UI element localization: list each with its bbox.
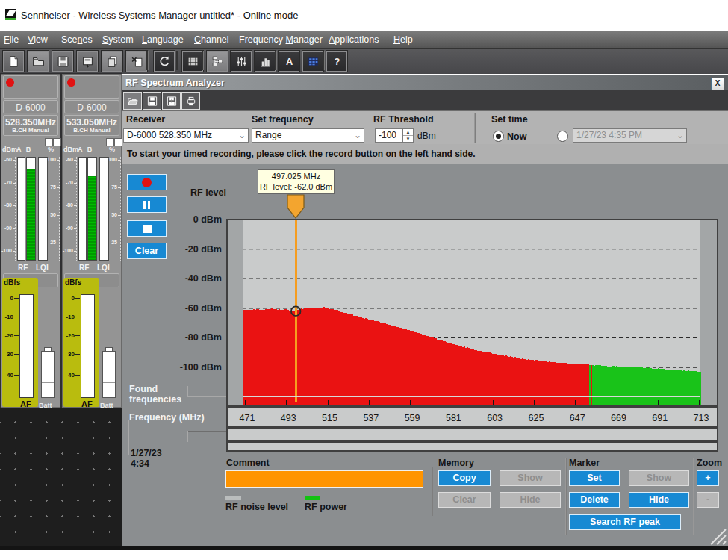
time-picker[interactable]: 1/27/23 4:35 PM⌄ bbox=[573, 128, 687, 143]
pause-button[interactable] bbox=[127, 196, 167, 213]
rf-meter-b bbox=[87, 157, 97, 261]
spectrum-chart[interactable] bbox=[228, 220, 717, 405]
rf-window-title: RF Spectrum Analyzer bbox=[125, 78, 225, 88]
tree-view-button[interactable] bbox=[206, 50, 228, 72]
rf-scale-label: -70 bbox=[63, 180, 73, 185]
memory-show-button[interactable]: Show bbox=[500, 470, 561, 486]
memory-hide-button[interactable]: Hide bbox=[500, 492, 561, 508]
save-all-button[interactable] bbox=[76, 50, 99, 72]
chart-button[interactable] bbox=[254, 50, 276, 72]
text-button[interactable]: A bbox=[278, 50, 300, 72]
menu-item-file[interactable]: File bbox=[4, 34, 19, 45]
rf-meter-label: RF bbox=[79, 264, 89, 272]
dotted-guide bbox=[76, 157, 78, 261]
new-document-button[interactable] bbox=[2, 50, 25, 72]
save-as-icon bbox=[166, 96, 178, 107]
y-axis-label: -60 dBm bbox=[173, 303, 222, 314]
set-frequency-select[interactable]: Range⌄ bbox=[252, 128, 364, 143]
menu-item-help[interactable]: Help bbox=[393, 34, 413, 45]
antenna-b-indicator bbox=[53, 138, 61, 146]
help-icon: ? bbox=[331, 55, 343, 68]
zoom-in-button[interactable]: + bbox=[697, 470, 719, 486]
open-recording-button[interactable] bbox=[123, 92, 142, 110]
clear-button[interactable]: Clear bbox=[127, 243, 167, 259]
grid-view-icon bbox=[187, 55, 199, 68]
receiver-status-box bbox=[64, 75, 119, 99]
resize-grip[interactable] bbox=[708, 526, 727, 546]
marker-found-tick bbox=[295, 397, 297, 402]
window-bottom-edge bbox=[0, 546, 728, 550]
af-meter bbox=[19, 294, 34, 398]
marker-hide-button[interactable]: Hide bbox=[629, 492, 689, 508]
stop-button[interactable] bbox=[127, 220, 167, 237]
marker-group-label: Marker bbox=[569, 458, 600, 468]
marker-show-button[interactable]: Show bbox=[629, 470, 689, 486]
receiver-strip[interactable]: D-6000528.350MHzB.CH ManualdBmA B%-60-70… bbox=[1, 74, 60, 408]
comment-input[interactable] bbox=[225, 470, 423, 488]
memory-copy-button[interactable]: Copy bbox=[438, 470, 491, 486]
receiver-value: D-6000 528.350 MHz bbox=[127, 130, 212, 140]
rf-threshold-input[interactable]: -100 bbox=[375, 128, 402, 143]
save-button[interactable] bbox=[52, 50, 74, 72]
rf-window-toolbar bbox=[122, 90, 728, 110]
delete-scene-button[interactable] bbox=[125, 50, 148, 72]
receiver-select[interactable]: D-6000 528.350 MHz⌄ bbox=[123, 128, 249, 143]
instruction-text: To start your timed recording, please cl… bbox=[127, 149, 476, 159]
memory-clear-button[interactable]: Clear bbox=[438, 492, 491, 508]
spinner-up-icon[interactable]: ▲ bbox=[403, 129, 413, 136]
x-axis-label: 603 bbox=[487, 413, 503, 423]
empty-rack-area bbox=[0, 408, 122, 546]
marker-flag[interactable] bbox=[287, 194, 305, 220]
x-axis-tick bbox=[245, 400, 246, 405]
spinner-down-icon[interactable]: ▼ bbox=[403, 136, 413, 142]
now-radio[interactable] bbox=[493, 131, 504, 142]
rf-scale-label: -70 bbox=[1, 180, 12, 185]
svg-text:?: ? bbox=[334, 56, 340, 67]
save-recording-button[interactable] bbox=[143, 92, 161, 110]
help-button[interactable]: ? bbox=[326, 50, 348, 72]
toolbar-separator bbox=[323, 51, 325, 70]
menu-item-scenes[interactable]: Scenes bbox=[61, 34, 93, 45]
marker-delete-button[interactable]: Delete bbox=[569, 492, 620, 508]
open-file-button[interactable] bbox=[27, 50, 49, 72]
levels-button[interactable] bbox=[230, 50, 252, 72]
search-rf-peak-button[interactable]: Search RF peak bbox=[569, 514, 681, 530]
x-axis-tick bbox=[410, 400, 411, 405]
rf-scale-label: -80 bbox=[63, 202, 73, 208]
copy-scene-icon bbox=[106, 55, 119, 68]
record-button[interactable] bbox=[127, 174, 167, 190]
print-button[interactable] bbox=[181, 92, 200, 110]
save-as-button[interactable] bbox=[162, 92, 181, 110]
rf-scale-label: -90 bbox=[1, 225, 12, 231]
rf-window-titlebar[interactable]: RF Spectrum Analyzer X bbox=[122, 75, 728, 90]
marker-set-button[interactable]: Set bbox=[569, 470, 620, 486]
record-icon bbox=[142, 178, 152, 187]
battery-cell-line bbox=[103, 382, 115, 383]
rf-scale-label: -100 bbox=[63, 248, 73, 253]
menu-item-channel[interactable]: Channel bbox=[194, 34, 229, 45]
rf-scale-label: -60 bbox=[1, 157, 12, 162]
zoom-out-button[interactable]: - bbox=[697, 492, 719, 508]
menu-item-view[interactable]: View bbox=[28, 34, 48, 45]
copy-scene-button[interactable] bbox=[101, 50, 123, 72]
rf-meter-b bbox=[26, 157, 36, 261]
menu-item-applications[interactable]: Applications bbox=[329, 34, 379, 45]
legend-noise-label: RF noise level bbox=[225, 502, 288, 512]
scheduled-time-radio[interactable] bbox=[557, 131, 568, 142]
menu-item-system[interactable]: System bbox=[102, 34, 134, 45]
menu-item-frequency-manager[interactable]: Frequency Manager bbox=[239, 34, 323, 45]
rf-threshold-spinner[interactable]: ▲ ▼ bbox=[402, 128, 414, 143]
receiver-strip[interactable]: D-6000533.050MHzB.CH ManualdBmA B%-60-70… bbox=[62, 74, 122, 408]
menu-item-language[interactable]: Language bbox=[142, 34, 184, 45]
grid-view-button[interactable] bbox=[181, 50, 204, 72]
group-divider bbox=[432, 467, 433, 516]
window-title: Sennheiser - Wireless Systems Manager un… bbox=[21, 10, 298, 21]
battery-icon bbox=[102, 351, 116, 398]
groove bbox=[128, 420, 129, 455]
groove bbox=[187, 431, 226, 432]
delete-scene-icon bbox=[131, 55, 143, 68]
close-button[interactable]: X bbox=[711, 78, 724, 90]
matrix-button[interactable] bbox=[302, 50, 324, 72]
marker-flag-shape bbox=[287, 195, 304, 218]
sync-button[interactable] bbox=[153, 50, 175, 72]
